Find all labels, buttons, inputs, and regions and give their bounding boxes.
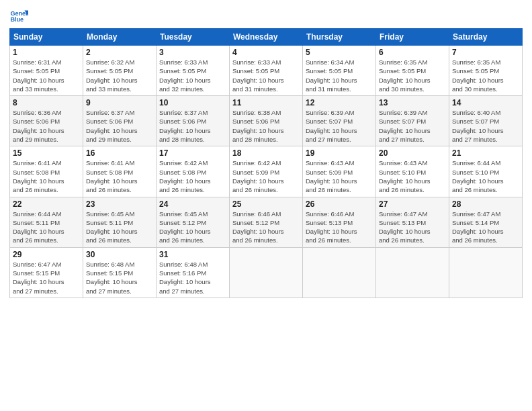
day-number: 13: [379, 98, 446, 107]
day-number: 2: [86, 48, 153, 57]
day-cell: 15Sunrise: 6:41 AM Sunset: 5:08 PM Dayli…: [10, 146, 83, 197]
weekday-tuesday: Tuesday: [157, 29, 230, 46]
week-row-5: 29Sunrise: 6:47 AM Sunset: 5:15 PM Dayli…: [10, 247, 523, 298]
weekday-saturday: Saturday: [449, 29, 523, 46]
day-cell: 2Sunrise: 6:32 AM Sunset: 5:05 PM Daylig…: [83, 46, 157, 96]
calendar-table: SundayMondayTuesdayWednesdayThursdayFrid…: [9, 28, 523, 298]
day-detail: Sunrise: 6:43 AM Sunset: 5:10 PM Dayligh…: [379, 159, 431, 193]
day-detail: Sunrise: 6:44 AM Sunset: 5:10 PM Dayligh…: [452, 159, 504, 193]
day-number: 5: [306, 48, 373, 57]
day-cell: 11Sunrise: 6:38 AM Sunset: 5:06 PM Dayli…: [230, 96, 303, 146]
day-number: 7: [452, 48, 519, 57]
day-detail: Sunrise: 6:41 AM Sunset: 5:08 PM Dayligh…: [86, 159, 138, 193]
day-cell: 22Sunrise: 6:44 AM Sunset: 5:11 PM Dayli…: [10, 197, 83, 247]
day-cell: 23Sunrise: 6:45 AM Sunset: 5:11 PM Dayli…: [83, 197, 157, 247]
day-cell: 19Sunrise: 6:43 AM Sunset: 5:09 PM Dayli…: [303, 146, 376, 197]
day-number: 30: [86, 250, 153, 259]
day-number: 22: [13, 199, 80, 209]
weekday-sunday: Sunday: [10, 29, 83, 46]
day-number: 21: [452, 148, 519, 158]
day-detail: Sunrise: 6:47 AM Sunset: 5:13 PM Dayligh…: [379, 210, 431, 244]
day-number: 10: [159, 98, 226, 107]
calendar-body: 1Sunrise: 6:31 AM Sunset: 5:05 PM Daylig…: [10, 46, 523, 298]
day-cell: 8Sunrise: 6:36 AM Sunset: 5:06 PM Daylig…: [10, 96, 83, 146]
day-detail: Sunrise: 6:42 AM Sunset: 5:08 PM Dayligh…: [159, 159, 211, 193]
day-cell: 14Sunrise: 6:40 AM Sunset: 5:07 PM Dayli…: [449, 96, 523, 146]
day-detail: Sunrise: 6:35 AM Sunset: 5:05 PM Dayligh…: [452, 58, 504, 93]
day-number: 8: [13, 98, 80, 107]
day-detail: Sunrise: 6:36 AM Sunset: 5:06 PM Dayligh…: [13, 109, 64, 143]
logo: General Blue: [9, 7, 28, 26]
day-cell: 18Sunrise: 6:42 AM Sunset: 5:09 PM Dayli…: [230, 146, 303, 197]
weekday-friday: Friday: [376, 29, 449, 46]
day-detail: Sunrise: 6:37 AM Sunset: 5:06 PM Dayligh…: [159, 109, 211, 143]
weekday-thursday: Thursday: [303, 29, 376, 46]
day-cell: 13Sunrise: 6:39 AM Sunset: 5:07 PM Dayli…: [376, 96, 449, 146]
day-cell: 4Sunrise: 6:33 AM Sunset: 5:05 PM Daylig…: [230, 46, 303, 96]
day-detail: Sunrise: 6:40 AM Sunset: 5:07 PM Dayligh…: [452, 109, 504, 143]
day-cell: 7Sunrise: 6:35 AM Sunset: 5:05 PM Daylig…: [449, 46, 523, 96]
header: General Blue: [9, 7, 523, 26]
day-detail: Sunrise: 6:48 AM Sunset: 5:16 PM Dayligh…: [159, 261, 211, 295]
day-number: 4: [232, 48, 300, 57]
day-cell: 27Sunrise: 6:47 AM Sunset: 5:13 PM Dayli…: [376, 197, 449, 247]
day-number: 9: [86, 98, 153, 107]
day-detail: Sunrise: 6:45 AM Sunset: 5:11 PM Dayligh…: [86, 210, 138, 244]
day-number: 17: [159, 148, 226, 158]
day-cell: 6Sunrise: 6:35 AM Sunset: 5:05 PM Daylig…: [376, 46, 449, 96]
day-number: 11: [232, 98, 300, 107]
day-number: 14: [452, 98, 519, 107]
day-number: 28: [452, 199, 519, 209]
day-number: 1: [13, 48, 80, 57]
day-detail: Sunrise: 6:39 AM Sunset: 5:07 PM Dayligh…: [306, 109, 357, 143]
week-row-3: 15Sunrise: 6:41 AM Sunset: 5:08 PM Dayli…: [10, 146, 523, 197]
day-number: 27: [379, 199, 446, 209]
day-detail: Sunrise: 6:43 AM Sunset: 5:09 PM Dayligh…: [306, 159, 357, 193]
day-number: 18: [232, 148, 300, 158]
day-cell: [449, 247, 523, 298]
day-detail: Sunrise: 6:38 AM Sunset: 5:06 PM Dayligh…: [232, 109, 284, 143]
day-detail: Sunrise: 6:39 AM Sunset: 5:07 PM Dayligh…: [379, 109, 431, 143]
day-cell: [230, 247, 303, 298]
day-cell: 16Sunrise: 6:41 AM Sunset: 5:08 PM Dayli…: [83, 146, 157, 197]
day-number: 16: [86, 148, 153, 158]
day-detail: Sunrise: 6:34 AM Sunset: 5:05 PM Dayligh…: [306, 58, 357, 93]
day-number: 31: [159, 250, 226, 259]
day-cell: 1Sunrise: 6:31 AM Sunset: 5:05 PM Daylig…: [10, 46, 83, 96]
day-number: 25: [232, 199, 300, 209]
weekday-wednesday: Wednesday: [230, 29, 303, 46]
day-number: 24: [159, 199, 226, 209]
day-detail: Sunrise: 6:44 AM Sunset: 5:11 PM Dayligh…: [13, 210, 64, 244]
day-detail: Sunrise: 6:47 AM Sunset: 5:14 PM Dayligh…: [452, 210, 504, 244]
day-detail: Sunrise: 6:33 AM Sunset: 5:05 PM Dayligh…: [159, 58, 211, 93]
day-number: 19: [306, 148, 373, 158]
logo-icon: General Blue: [9, 7, 28, 26]
day-number: 20: [379, 148, 446, 158]
day-detail: Sunrise: 6:47 AM Sunset: 5:15 PM Dayligh…: [13, 261, 64, 295]
day-cell: 17Sunrise: 6:42 AM Sunset: 5:08 PM Dayli…: [157, 146, 230, 197]
day-number: 12: [306, 98, 373, 107]
day-detail: Sunrise: 6:45 AM Sunset: 5:12 PM Dayligh…: [159, 210, 211, 244]
day-cell: 3Sunrise: 6:33 AM Sunset: 5:05 PM Daylig…: [157, 46, 230, 96]
day-number: 15: [13, 148, 80, 158]
day-detail: Sunrise: 6:41 AM Sunset: 5:08 PM Dayligh…: [13, 159, 64, 193]
day-cell: 24Sunrise: 6:45 AM Sunset: 5:12 PM Dayli…: [157, 197, 230, 247]
page-container: General Blue SundayMondayTuesdayWednesda…: [0, 0, 532, 302]
day-cell: 9Sunrise: 6:37 AM Sunset: 5:06 PM Daylig…: [83, 96, 157, 146]
day-detail: Sunrise: 6:46 AM Sunset: 5:13 PM Dayligh…: [306, 210, 357, 244]
day-cell: 5Sunrise: 6:34 AM Sunset: 5:05 PM Daylig…: [303, 46, 376, 96]
day-detail: Sunrise: 6:33 AM Sunset: 5:05 PM Dayligh…: [232, 58, 284, 93]
day-cell: 20Sunrise: 6:43 AM Sunset: 5:10 PM Dayli…: [376, 146, 449, 197]
day-cell: 25Sunrise: 6:46 AM Sunset: 5:12 PM Dayli…: [230, 197, 303, 247]
week-row-2: 8Sunrise: 6:36 AM Sunset: 5:06 PM Daylig…: [10, 96, 523, 146]
day-cell: [376, 247, 449, 298]
day-detail: Sunrise: 6:42 AM Sunset: 5:09 PM Dayligh…: [232, 159, 284, 193]
day-cell: 26Sunrise: 6:46 AM Sunset: 5:13 PM Dayli…: [303, 197, 376, 247]
day-detail: Sunrise: 6:35 AM Sunset: 5:05 PM Dayligh…: [379, 58, 431, 93]
day-cell: 30Sunrise: 6:48 AM Sunset: 5:15 PM Dayli…: [83, 247, 157, 298]
day-cell: 10Sunrise: 6:37 AM Sunset: 5:06 PM Dayli…: [157, 96, 230, 146]
day-number: 26: [306, 199, 373, 209]
day-detail: Sunrise: 6:46 AM Sunset: 5:12 PM Dayligh…: [232, 210, 284, 244]
day-detail: Sunrise: 6:31 AM Sunset: 5:05 PM Dayligh…: [13, 58, 64, 93]
week-row-1: 1Sunrise: 6:31 AM Sunset: 5:05 PM Daylig…: [10, 46, 523, 96]
